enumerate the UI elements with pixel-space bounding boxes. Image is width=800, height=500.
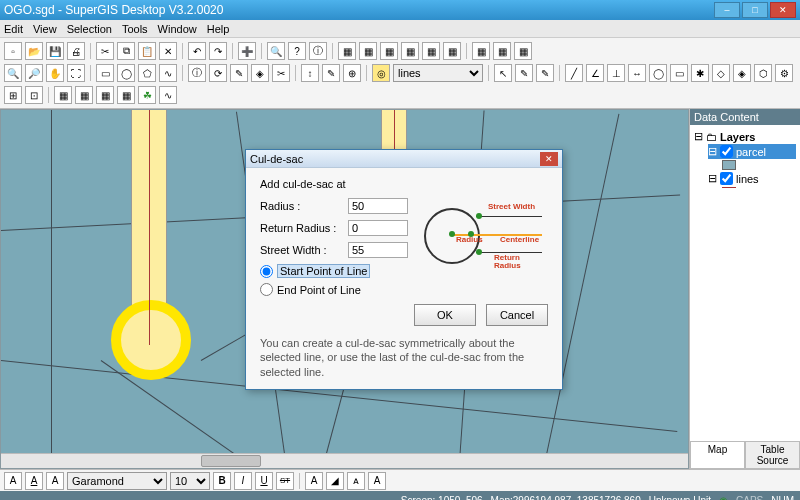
text-icon[interactable]: A [4, 472, 22, 490]
save-icon[interactable]: 💾 [46, 42, 64, 60]
tool-icon[interactable]: ▦ [422, 42, 440, 60]
select-icon[interactable]: ⬠ [138, 64, 156, 82]
scrollbar-thumb[interactable] [201, 455, 261, 467]
tool-icon[interactable]: ▦ [338, 42, 356, 60]
radius-input[interactable] [348, 198, 408, 214]
fill-color-icon[interactable]: ◢ [326, 472, 344, 490]
cancel-button[interactable]: Cancel [486, 304, 548, 326]
zoom-out-icon[interactable]: 🔎 [25, 64, 43, 82]
paste-icon[interactable]: 📋 [138, 42, 156, 60]
bold-button[interactable]: B [213, 472, 231, 490]
tool-icon[interactable]: ▦ [96, 86, 114, 104]
tool-icon[interactable]: ▦ [75, 86, 93, 104]
edit-icon[interactable]: ✎ [230, 64, 248, 82]
pan-icon[interactable]: ✋ [46, 64, 64, 82]
font-color-icon[interactable]: A [305, 472, 323, 490]
arrow-icon[interactable]: ↕ [301, 64, 319, 82]
circle-icon[interactable]: ◯ [649, 64, 667, 82]
draw-icon[interactable]: ✎ [536, 64, 554, 82]
dialog-close-button[interactable]: ✕ [540, 152, 558, 166]
minus-icon[interactable]: ⊟ [708, 145, 717, 158]
gear-icon[interactable]: ⚙ [775, 64, 793, 82]
dialog-titlebar[interactable]: Cul-de-sac ✕ [246, 150, 562, 168]
undo-icon[interactable]: ↶ [188, 42, 206, 60]
layer-checkbox[interactable] [720, 145, 733, 158]
ok-button[interactable]: OK [414, 304, 476, 326]
tool-icon[interactable]: ⊡ [25, 86, 43, 104]
node-icon[interactable]: ✱ [691, 64, 709, 82]
font-size-select[interactable]: 10 [170, 472, 210, 490]
culdesac-tool-icon[interactable]: ☘ [138, 86, 156, 104]
measure-icon[interactable]: ↔ [628, 64, 646, 82]
underline-button[interactable]: U [255, 472, 273, 490]
copy-icon[interactable]: ⧉ [117, 42, 135, 60]
open-icon[interactable]: 📂 [25, 42, 43, 60]
pointer-icon[interactable]: ↖ [494, 64, 512, 82]
select-icon[interactable]: ◯ [117, 64, 135, 82]
identify-icon[interactable]: ⓘ [188, 64, 206, 82]
text-icon[interactable]: A [25, 472, 43, 490]
menu-window[interactable]: Window [158, 23, 197, 35]
new-icon[interactable]: ▫ [4, 42, 22, 60]
redo-icon[interactable]: ↷ [209, 42, 227, 60]
select-icon[interactable]: ▭ [96, 64, 114, 82]
minus-icon[interactable]: ⊟ [694, 130, 703, 143]
tree-root[interactable]: ⊟ 🗀 Layers [694, 129, 796, 144]
tool-icon[interactable]: ▦ [117, 86, 135, 104]
close-button[interactable]: ✕ [770, 2, 796, 18]
tool-icon[interactable]: ▦ [514, 42, 532, 60]
horizontal-scrollbar[interactable] [1, 453, 688, 468]
help-icon[interactable]: ? [288, 42, 306, 60]
select-icon[interactable]: ∿ [159, 64, 177, 82]
menu-edit[interactable]: Edit [4, 23, 23, 35]
start-point-radio[interactable] [260, 265, 273, 278]
font-bigger-icon[interactable]: A [368, 472, 386, 490]
tree-item-parcel[interactable]: ⊟ parcel [708, 144, 796, 159]
tool-icon[interactable]: ▦ [472, 42, 490, 60]
maximize-button[interactable]: □ [742, 2, 768, 18]
end-point-label[interactable]: End Point of Line [277, 284, 361, 296]
tab-table-source[interactable]: Table Source [745, 441, 800, 469]
tool-icon[interactable]: ⊞ [4, 86, 22, 104]
print-icon[interactable]: 🖨 [67, 42, 85, 60]
minimize-button[interactable]: – [714, 2, 740, 18]
perp-icon[interactable]: ⊥ [607, 64, 625, 82]
minus-icon[interactable]: ⊟ [708, 172, 717, 185]
tab-map[interactable]: Map [690, 441, 745, 469]
tool-icon[interactable]: ▦ [380, 42, 398, 60]
angle-icon[interactable]: ∠ [586, 64, 604, 82]
target-icon[interactable]: ⊕ [343, 64, 361, 82]
sketch-icon[interactable]: ✎ [322, 64, 340, 82]
tool-icon[interactable]: ▦ [359, 42, 377, 60]
draw-icon[interactable]: ✎ [515, 64, 533, 82]
zoom-in-icon[interactable]: 🔍 [4, 64, 22, 82]
line-icon[interactable]: ╱ [565, 64, 583, 82]
layer-target-icon[interactable]: ◎ [372, 64, 390, 82]
tool-icon[interactable]: ∿ [159, 86, 177, 104]
split-icon[interactable]: ✂ [272, 64, 290, 82]
tool-icon[interactable]: ▦ [54, 86, 72, 104]
italic-button[interactable]: I [234, 472, 252, 490]
cut-icon[interactable]: ✂ [96, 42, 114, 60]
topo-icon[interactable]: ⬡ [754, 64, 772, 82]
strike-button[interactable]: ST [276, 472, 294, 490]
start-point-label[interactable]: Start Point of Line [277, 264, 370, 278]
end-point-radio[interactable] [260, 283, 273, 296]
tool-icon[interactable]: ▦ [443, 42, 461, 60]
text-icon[interactable]: A [46, 472, 64, 490]
rotate-icon[interactable]: ⟳ [209, 64, 227, 82]
menu-view[interactable]: View [33, 23, 57, 35]
menu-selection[interactable]: Selection [67, 23, 112, 35]
info-icon[interactable]: ⓘ [309, 42, 327, 60]
search-icon[interactable]: 🔍 [267, 42, 285, 60]
layer-checkbox[interactable] [720, 172, 733, 185]
menu-tools[interactable]: Tools [122, 23, 148, 35]
font-smaller-icon[interactable]: ᴀ [347, 472, 365, 490]
add-layer-icon[interactable]: ➕ [238, 42, 256, 60]
vertex-icon[interactable]: ◈ [251, 64, 269, 82]
full-extent-icon[interactable]: ⛶ [67, 64, 85, 82]
menu-help[interactable]: Help [207, 23, 230, 35]
street-width-input[interactable] [348, 242, 408, 258]
topo-icon[interactable]: ◇ [712, 64, 730, 82]
layer-select[interactable]: lines [393, 64, 483, 82]
